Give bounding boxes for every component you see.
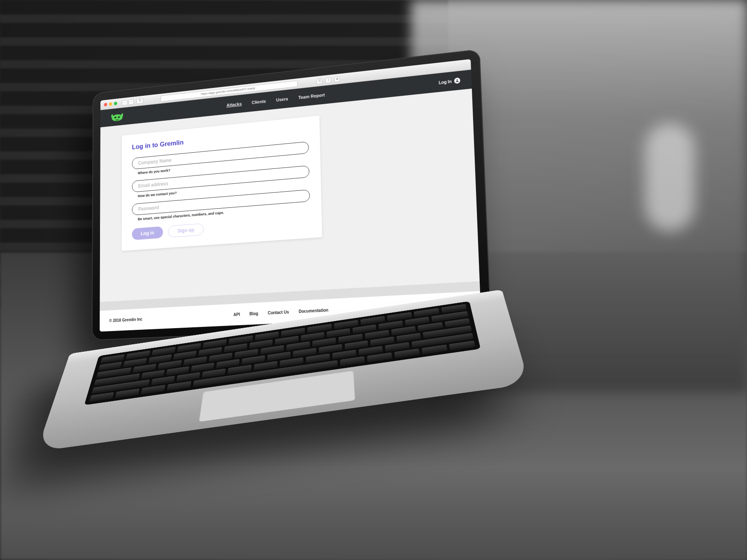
maximize-window-icon[interactable] (114, 102, 117, 105)
browser-nav-buttons: ‹ › (122, 99, 134, 105)
login-menu[interactable]: Log In (439, 78, 460, 85)
nav-attacks[interactable]: Attacks (227, 101, 242, 107)
traffic-lights (104, 102, 117, 107)
screen: ‹ › ☰ https://app.gremlin.com/attack#27-… (100, 59, 481, 331)
laptop-mockup: ‹ › ☰ https://app.gremlin.com/attack#27-… (71, 58, 555, 506)
reader-icon[interactable]: ☰ (317, 78, 322, 84)
footer-link-docs[interactable]: Documentation (299, 308, 329, 314)
footer-link-api[interactable]: API (233, 312, 240, 317)
login-menu-label: Log In (439, 79, 452, 85)
footer-link-blog[interactable]: Blog (249, 311, 258, 316)
svg-point-0 (112, 114, 122, 122)
sidebar-toggle-icon[interactable]: ☰ (137, 98, 143, 104)
signup-button[interactable]: Sign up (168, 223, 204, 238)
share-icon[interactable]: ⇪ (325, 77, 331, 83)
nav-clients[interactable]: Clients (252, 99, 266, 105)
tabs-icon[interactable]: ⊞ (334, 76, 340, 82)
back-button[interactable]: ‹ (122, 100, 127, 105)
close-window-icon[interactable] (104, 103, 107, 107)
login-button[interactable]: Log in (132, 226, 163, 240)
nav-users[interactable]: Users (276, 96, 288, 102)
gremlin-logo-icon[interactable] (110, 111, 124, 122)
nav-team-report[interactable]: Team Report (298, 93, 325, 100)
forward-button[interactable]: › (129, 99, 134, 105)
footer-copyright: © 2018 Gremlin Inc (109, 317, 142, 323)
user-icon (454, 78, 460, 84)
footer-link-contact[interactable]: Contact Us (268, 310, 289, 315)
laptop-lid: ‹ › ☰ https://app.gremlin.com/attack#27-… (92, 49, 491, 341)
minimize-window-icon[interactable] (109, 102, 112, 106)
background-figure (645, 123, 695, 231)
login-card: Log in to Gremlin Where do you work? How… (122, 116, 322, 251)
